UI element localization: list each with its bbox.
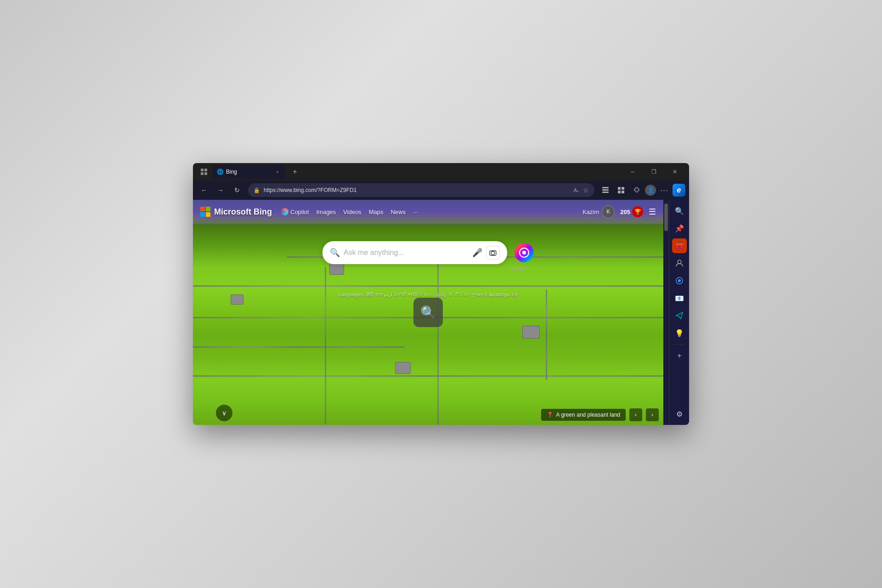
search-icon: 🔍 bbox=[330, 248, 340, 258]
hamburger-menu[interactable]: ☰ bbox=[649, 207, 656, 217]
search-container: 🔍 🎤 0/2000 bbox=[322, 241, 534, 273]
image-caption: 📍 A green and pleasant land bbox=[541, 409, 626, 421]
nav-maps[interactable]: Maps bbox=[369, 209, 384, 215]
caption-next-button[interactable]: › bbox=[646, 408, 659, 421]
search-box: 🔍 🎤 bbox=[322, 241, 507, 264]
nav-images[interactable]: Images bbox=[316, 209, 336, 215]
char-count: 0/2000 bbox=[322, 264, 534, 273]
browser-content: Microsoft Bing Copilot Images Videos Map… bbox=[193, 200, 689, 425]
svg-rect-2 bbox=[201, 172, 204, 175]
edge-sidebar: 🔍 📌 🧰 📧 💡 ＋ ⚙ bbox=[669, 200, 689, 425]
nav-more[interactable]: ··· bbox=[413, 209, 418, 215]
scrollbar[interactable] bbox=[663, 200, 669, 425]
voice-search-button[interactable]: 🎤 bbox=[472, 248, 482, 258]
svg-rect-0 bbox=[201, 169, 204, 171]
sidebar-outlook-icon[interactable]: 📧 bbox=[672, 291, 687, 305]
svg-marker-19 bbox=[676, 312, 683, 319]
languages-label: Languages: bbox=[339, 292, 367, 297]
url-display: https://www.bing.com/?FORM=Z9FD1 bbox=[264, 187, 570, 193]
sidebar-add-icon[interactable]: ＋ bbox=[672, 348, 687, 363]
svg-rect-5 bbox=[602, 189, 609, 191]
svg-point-16 bbox=[678, 260, 681, 264]
favorite-button[interactable]: ☆ bbox=[583, 187, 589, 194]
visual-search-button[interactable] bbox=[486, 246, 500, 260]
workspaces-button[interactable] bbox=[614, 183, 628, 198]
browser-window: 🌐 Bing × + ─ ❐ ✕ ← → ↻ 🔒 https://www.bin… bbox=[193, 163, 689, 425]
sidebar-settings-icon[interactable]: ⚙ bbox=[672, 407, 687, 421]
svg-rect-9 bbox=[618, 191, 621, 193]
nav-videos[interactable]: Videos bbox=[343, 209, 362, 215]
scrollbar-thumb[interactable] bbox=[664, 204, 668, 231]
bing-nav-links: Copilot Images Videos Maps News bbox=[281, 208, 573, 215]
sidebar-tools-icon[interactable]: 🧰 bbox=[672, 238, 687, 253]
trophy-icon: 🏆 bbox=[632, 206, 643, 217]
refresh-button[interactable]: ↻ bbox=[230, 183, 244, 198]
profile-icon[interactable]: 👤 bbox=[645, 185, 656, 196]
caption-text: A green and pleasant land bbox=[556, 412, 620, 418]
svg-rect-7 bbox=[618, 187, 621, 190]
tab-collections-button[interactable] bbox=[598, 183, 613, 198]
tab-close-button[interactable]: × bbox=[274, 168, 281, 175]
more-options-button[interactable]: ··· bbox=[657, 183, 672, 198]
tab-title: Bing bbox=[226, 169, 271, 175]
search-preview-icon[interactable]: 🔍 bbox=[413, 298, 443, 327]
back-button[interactable]: ← bbox=[197, 183, 211, 198]
svg-rect-3 bbox=[204, 172, 207, 175]
forward-button[interactable]: → bbox=[213, 183, 228, 198]
address-bar[interactable]: 🔒 https://www.bing.com/?FORM=Z9FD1 Aᵥ ☆ bbox=[248, 183, 594, 197]
window-controls: ─ ❐ ✕ bbox=[622, 164, 685, 179]
ms-square-green bbox=[206, 207, 210, 211]
caption-prev-button[interactable]: ‹ bbox=[629, 408, 642, 421]
tab-favicon: 🌐 bbox=[217, 169, 223, 175]
sidebar-copilot-icon[interactable] bbox=[672, 273, 687, 288]
user-info[interactable]: Kazim K bbox=[582, 205, 615, 218]
lock-icon: 🔒 bbox=[254, 187, 260, 193]
nav-right-buttons: 👤 ··· e bbox=[598, 183, 685, 198]
user-avatar: K bbox=[602, 205, 615, 218]
svg-rect-6 bbox=[602, 192, 609, 193]
new-tab-page-button[interactable] bbox=[197, 165, 211, 178]
add-tab-button[interactable]: + bbox=[288, 165, 301, 178]
title-bar: 🌐 Bing × + ─ ❐ ✕ bbox=[193, 163, 689, 181]
bing-logo[interactable]: Microsoft Bing bbox=[200, 207, 272, 217]
bing-nav: Microsoft Bing Copilot Images Videos Map… bbox=[193, 200, 663, 224]
nav-copilot[interactable]: Copilot bbox=[281, 208, 309, 215]
tab-strip: 🌐 Bing × + bbox=[197, 163, 622, 181]
edge-brand-button[interactable]: e bbox=[673, 184, 685, 197]
svg-point-18 bbox=[678, 279, 681, 282]
copilot-button[interactable] bbox=[514, 243, 534, 262]
scroll-down-button[interactable]: ∨ bbox=[216, 405, 232, 421]
extensions-button[interactable] bbox=[629, 183, 644, 198]
sidebar-divider bbox=[674, 344, 685, 345]
languages-list: हिंदी বাংলা اردو ਪੰਜਾਬੀ मराठी తెలుగు தமி… bbox=[366, 292, 518, 297]
restore-button[interactable]: ❐ bbox=[643, 164, 664, 179]
location-icon: 📍 bbox=[547, 412, 554, 418]
bottom-bar: 📍 A green and pleasant land ‹ › bbox=[541, 408, 659, 421]
search-input[interactable] bbox=[344, 249, 469, 257]
navigation-bar: ← → ↻ 🔒 https://www.bing.com/?FORM=Z9FD1… bbox=[193, 181, 689, 200]
sidebar-ideas-icon[interactable]: 💡 bbox=[672, 326, 687, 340]
sidebar-profile-icon[interactable] bbox=[672, 256, 687, 271]
svg-rect-1 bbox=[204, 169, 207, 171]
bing-nav-right: Kazim K 205 🏆 ☰ bbox=[582, 205, 656, 218]
minimize-button[interactable]: ─ bbox=[622, 164, 643, 179]
svg-rect-8 bbox=[622, 187, 624, 190]
svg-rect-4 bbox=[602, 187, 609, 188]
svg-rect-10 bbox=[622, 191, 624, 193]
ms-square-blue bbox=[200, 212, 205, 217]
copilot-icon bbox=[281, 208, 288, 215]
languages-bar: Languages: हिंदी বাংলা اردو ਪੰਜਾਬੀ मराठी… bbox=[339, 292, 518, 298]
sidebar-telegram-icon[interactable] bbox=[672, 308, 687, 323]
ms-square-red bbox=[200, 207, 205, 211]
bing-brand-text: Microsoft Bing bbox=[214, 207, 272, 217]
sidebar-collections-icon[interactable]: 📌 bbox=[672, 221, 687, 236]
microsoft-squares bbox=[200, 207, 210, 217]
bing-webpage: Microsoft Bing Copilot Images Videos Map… bbox=[193, 200, 663, 425]
active-tab[interactable]: 🌐 Bing × bbox=[212, 165, 286, 179]
points-badge[interactable]: 205 🏆 bbox=[620, 206, 643, 217]
close-button[interactable]: ✕ bbox=[664, 164, 685, 179]
svg-point-15 bbox=[522, 251, 526, 254]
nav-news[interactable]: News bbox=[390, 209, 406, 215]
read-aloud-button[interactable]: Aᵥ bbox=[574, 187, 579, 193]
sidebar-search-icon[interactable]: 🔍 bbox=[672, 204, 687, 218]
